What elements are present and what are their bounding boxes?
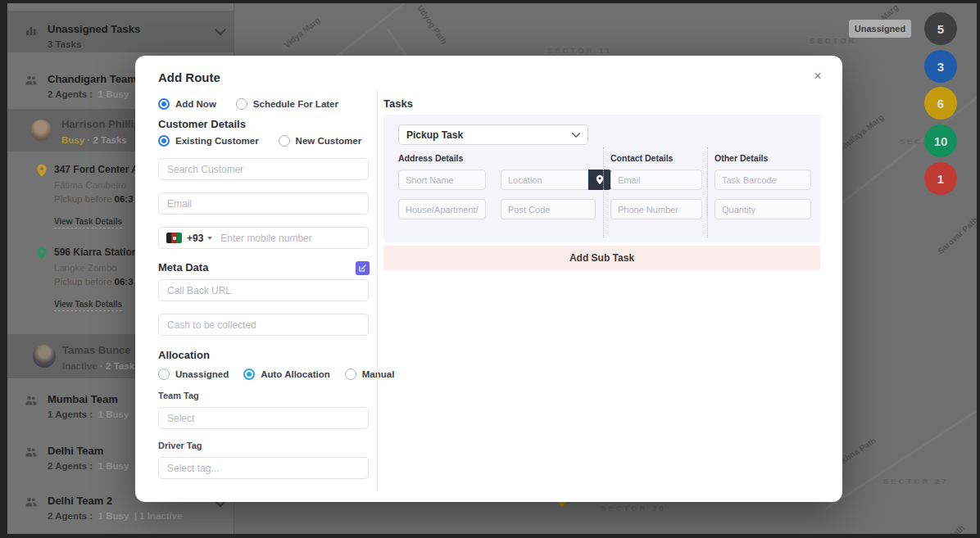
post-code-input[interactable] <box>501 199 596 219</box>
agent-status: Inactive <box>62 361 98 371</box>
chevron-down-icon[interactable] <box>215 29 226 35</box>
team-status: 1 Busy <box>98 461 129 471</box>
team-icon <box>25 445 38 459</box>
task-customer-name: Langke Zambo <box>54 263 117 273</box>
team-agents: 2 Agents : <box>48 511 93 521</box>
close-icon[interactable]: × <box>814 69 822 83</box>
radio-schedule-for-later[interactable] <box>236 98 247 110</box>
radio-existing-customer[interactable] <box>158 135 170 147</box>
edit-pencil-icon <box>358 264 367 273</box>
agent-name: Harrison Phillips <box>61 118 146 130</box>
location-pin-icon <box>36 246 48 260</box>
radio-unassigned-label: Unassigned <box>175 369 229 379</box>
cash-to-collect-input[interactable] <box>158 314 369 336</box>
customer-email-input[interactable] <box>158 192 369 215</box>
dotted-divider <box>707 147 708 237</box>
afghanistan-flag-icon[interactable] <box>166 233 182 243</box>
task-address: 596 Kiarra Station S <box>54 246 147 258</box>
task-type-value: Pickup Task <box>406 129 572 141</box>
cluster-badge[interactable]: 10 <box>924 124 957 157</box>
team-tag-select[interactable] <box>158 407 369 429</box>
mobile-number-input[interactable] <box>219 232 368 245</box>
map-sector-label: SEC <box>900 137 923 146</box>
radio-add-now[interactable] <box>158 98 170 110</box>
map-sector-label: SECTOR 20 <box>601 504 666 513</box>
location-pin-icon <box>36 164 48 178</box>
radio-manual-label: Manual <box>362 369 395 379</box>
radio-auto-allocation-label: Auto Allocation <box>261 369 330 379</box>
avatar <box>30 120 52 141</box>
task-panel: Pickup Task Address Details Contact Deta… <box>383 115 820 242</box>
modal-column-divider <box>377 90 378 491</box>
tasks-heading: Tasks <box>383 97 413 110</box>
sidebar-header-title: Unassigned Tasks <box>48 23 140 35</box>
sidebar-unassigned-tasks-header[interactable]: Unassigned Tasks 3 Tasks <box>0 11 234 52</box>
team-status: 1 Busy <box>98 89 129 99</box>
contact-details-heading: Contact Details <box>610 153 673 163</box>
cluster-badge[interactable]: 3 <box>924 50 957 83</box>
team-icon <box>25 495 38 509</box>
team-agents: 2 Agents : <box>48 89 93 99</box>
quantity-input[interactable] <box>715 199 811 219</box>
address-details-heading: Address Details <box>398 153 463 163</box>
cluster-badge[interactable]: 1 <box>924 162 957 195</box>
dotted-divider <box>603 147 604 237</box>
team-icon <box>25 394 38 407</box>
search-customer-input[interactable] <box>158 158 369 180</box>
phone-input-group: +93 <box>158 227 369 249</box>
driver-tag-label: Driver Tag <box>158 441 202 450</box>
radio-auto-allocation[interactable] <box>243 368 255 380</box>
radio-manual[interactable] <box>345 368 356 380</box>
map-road-label: Sarovar Path <box>936 215 979 255</box>
team-agents: 1 Agents : <box>48 409 93 419</box>
agent-task-count: 2 Tasks <box>93 135 126 145</box>
team-name: Mumbai Team <box>48 393 118 405</box>
pickup-time: 06:3 <box>115 194 134 204</box>
add-route-modal: × Add Route Add Now Schedule For Later C… <box>135 56 842 502</box>
map-road-label: di Path <box>939 523 966 538</box>
unassigned-tooltip: Unassigned <box>849 20 911 38</box>
task-customer-name: Fátima Cambeiro <box>54 180 126 190</box>
avatar <box>33 345 56 368</box>
agent-name: Tamas Bunce <box>62 344 131 356</box>
map-road-label: Vidya Marg <box>282 16 322 49</box>
short-name-input[interactable] <box>398 170 486 190</box>
country-code[interactable]: +93 <box>187 233 203 244</box>
caret-down-icon <box>207 237 212 240</box>
meta-data-heading: Meta Data <box>158 261 208 274</box>
add-sub-task-button[interactable]: Add Sub Task <box>383 246 820 270</box>
task-type-select[interactable]: Pickup Task <box>398 124 588 145</box>
house-apartment-input[interactable] <box>398 199 486 219</box>
contact-phone-input[interactable] <box>610 199 702 219</box>
app-window: Vidya Marg Udyog Path Jan Marg SECTOR 11… <box>0 0 980 538</box>
map-road-label: Udyog Path <box>415 3 449 46</box>
agent-task-count: 2 Task <box>106 361 134 371</box>
callback-url-input[interactable] <box>158 279 369 301</box>
team-name: Chandigarh Team <box>48 73 137 85</box>
radio-existing-customer-label: Existing Customer <box>175 136 259 146</box>
pick-location-button[interactable] <box>588 170 611 190</box>
team-status: 1 Busy <box>98 409 129 419</box>
pickup-time: 06:3 <box>115 277 134 287</box>
cluster-badge[interactable]: 6 <box>924 87 957 120</box>
location-input[interactable] <box>501 170 588 190</box>
task-barcode-input[interactable] <box>715 170 811 190</box>
other-details-heading: Other Details <box>715 153 768 163</box>
radio-unassigned[interactable] <box>158 368 170 380</box>
agent-status: Busy <box>61 135 84 145</box>
radio-new-customer[interactable] <box>279 135 290 147</box>
cluster-badge[interactable]: 5 <box>924 12 957 45</box>
customer-details-heading: Customer Details <box>158 118 246 130</box>
pickup-before-label: Pickup before <box>54 194 111 204</box>
edit-meta-data-button[interactable] <box>356 261 370 275</box>
view-task-details-link[interactable]: View Task Details <box>54 217 122 228</box>
separator: · <box>100 361 103 371</box>
modal-title: Add Route <box>158 70 220 84</box>
separator: · <box>87 135 90 145</box>
team-status-2: | 1 Inactive <box>134 511 183 521</box>
sidebar-header-count: 3 Tasks <box>48 39 81 49</box>
driver-tag-select[interactable] <box>158 457 369 479</box>
team-name: Delhi Team 2 <box>48 495 112 507</box>
contact-email-input[interactable] <box>610 170 702 190</box>
view-task-details-link[interactable]: View Task Details <box>54 300 122 311</box>
